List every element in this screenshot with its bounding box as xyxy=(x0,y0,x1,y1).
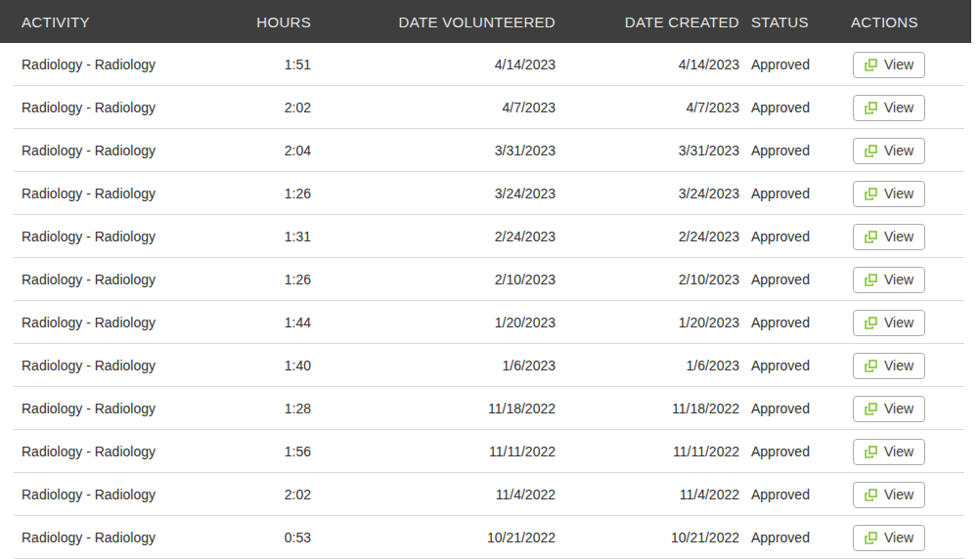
status-badge: Approved xyxy=(747,272,845,287)
cell-actions: View xyxy=(845,95,964,121)
view-button[interactable]: View xyxy=(853,95,925,121)
cell-activity: Radiology - Radiology xyxy=(14,487,248,502)
cell-date-created: 2/24/2023 xyxy=(563,229,747,244)
cell-date-volunteered: 11/18/2022 xyxy=(319,401,563,416)
view-button-label: View xyxy=(884,101,913,114)
cell-date-volunteered: 2/24/2023 xyxy=(319,229,563,244)
cell-actions: View xyxy=(845,525,964,551)
view-button[interactable]: View xyxy=(853,267,925,293)
cell-actions: View xyxy=(845,224,964,250)
status-badge: Approved xyxy=(747,57,845,72)
cell-hours: 1:40 xyxy=(248,358,319,373)
status-badge: Approved xyxy=(747,487,845,502)
table-row: Radiology - Radiology 1:31 2/24/2023 2/2… xyxy=(0,215,971,258)
cell-activity: Radiology - Radiology xyxy=(14,186,248,201)
cell-activity: Radiology - Radiology xyxy=(14,57,248,72)
cell-activity: Radiology - Radiology xyxy=(14,272,248,287)
cell-actions: View xyxy=(845,439,964,465)
cell-hours: 2:02 xyxy=(248,100,319,115)
table-row: Radiology - Radiology 1:44 1/20/2023 1/2… xyxy=(0,301,971,344)
status-badge: Approved xyxy=(747,358,845,373)
cell-hours: 2:02 xyxy=(248,487,319,502)
open-in-window-icon xyxy=(865,102,877,114)
cell-date-created: 4/7/2023 xyxy=(563,100,747,115)
view-button[interactable]: View xyxy=(853,181,925,207)
cell-actions: View xyxy=(845,310,964,336)
cell-actions: View xyxy=(845,52,964,78)
cell-hours: 1:26 xyxy=(248,186,319,201)
status-badge: Approved xyxy=(747,186,845,201)
view-button[interactable]: View xyxy=(853,525,925,551)
cell-actions: View xyxy=(845,396,964,422)
status-badge: Approved xyxy=(747,100,845,115)
column-header-actions: ACTIONS xyxy=(845,14,964,30)
cell-date-volunteered: 4/14/2023 xyxy=(319,57,563,72)
view-button[interactable]: View xyxy=(853,353,925,379)
column-header-date-created: DATE CREATED xyxy=(563,14,747,30)
cell-date-created: 4/14/2023 xyxy=(563,57,747,72)
view-button[interactable]: View xyxy=(853,224,925,250)
open-in-window-icon xyxy=(865,231,877,243)
cell-hours: 1:28 xyxy=(248,401,319,416)
cell-actions: View xyxy=(845,353,964,379)
volunteer-hours-table: ACTIVITY HOURS DATE VOLUNTEERED DATE CRE… xyxy=(0,0,971,559)
view-button[interactable]: View xyxy=(853,439,925,465)
cell-date-created: 11/4/2022 xyxy=(563,487,747,502)
cell-actions: View xyxy=(845,482,964,508)
table-row: Radiology - Radiology 2:02 4/7/2023 4/7/… xyxy=(0,86,971,129)
cell-hours: 1:51 xyxy=(248,57,319,72)
open-in-window-icon xyxy=(865,360,877,372)
cell-date-created: 10/21/2022 xyxy=(563,530,747,545)
table-row: Radiology - Radiology 1:40 1/6/2023 1/6/… xyxy=(0,344,971,387)
cell-date-created: 1/20/2023 xyxy=(563,315,747,330)
column-header-status: STATUS xyxy=(747,14,845,30)
status-badge: Approved xyxy=(747,444,845,459)
cell-date-volunteered: 11/11/2022 xyxy=(319,444,563,459)
cell-activity: Radiology - Radiology xyxy=(14,444,248,459)
cell-date-volunteered: 3/24/2023 xyxy=(319,186,563,201)
view-button[interactable]: View xyxy=(853,482,925,508)
cell-actions: View xyxy=(845,181,964,207)
column-header-hours: HOURS xyxy=(248,14,319,30)
status-badge: Approved xyxy=(747,315,845,330)
view-button-label: View xyxy=(884,58,913,71)
open-in-window-icon xyxy=(865,403,877,415)
cell-activity: Radiology - Radiology xyxy=(14,100,248,115)
view-button-label: View xyxy=(884,445,913,458)
cell-activity: Radiology - Radiology xyxy=(14,358,248,373)
status-badge: Approved xyxy=(747,143,845,158)
column-header-activity: ACTIVITY xyxy=(14,14,248,30)
cell-activity: Radiology - Radiology xyxy=(14,315,248,330)
status-badge: Approved xyxy=(747,530,845,545)
cell-date-created: 1/6/2023 xyxy=(563,358,747,373)
cell-actions: View xyxy=(845,267,964,293)
view-button[interactable]: View xyxy=(853,138,925,164)
open-in-window-icon xyxy=(865,274,877,286)
view-button[interactable]: View xyxy=(853,52,925,78)
cell-hours: 1:56 xyxy=(248,444,319,459)
view-button-label: View xyxy=(884,273,913,286)
cell-date-volunteered: 11/4/2022 xyxy=(319,487,563,502)
open-in-window-icon xyxy=(865,489,877,501)
view-button-label: View xyxy=(884,531,913,544)
cell-actions: View xyxy=(845,138,964,164)
cell-hours: 1:44 xyxy=(248,315,319,330)
view-button[interactable]: View xyxy=(853,396,925,422)
table-row: Radiology - Radiology 1:28 11/18/2022 11… xyxy=(0,387,971,430)
cell-activity: Radiology - Radiology xyxy=(14,229,248,244)
table-body: Radiology - Radiology 1:51 4/14/2023 4/1… xyxy=(0,43,971,559)
open-in-window-icon xyxy=(865,317,877,329)
cell-activity: Radiology - Radiology xyxy=(14,143,248,158)
open-in-window-icon xyxy=(865,188,877,200)
open-in-window-icon xyxy=(865,145,877,157)
cell-date-volunteered: 10/21/2022 xyxy=(319,530,563,545)
table-row: Radiology - Radiology 1:51 4/14/2023 4/1… xyxy=(0,43,971,86)
cell-date-volunteered: 1/20/2023 xyxy=(319,315,563,330)
cell-activity: Radiology - Radiology xyxy=(14,401,248,416)
table-row: Radiology - Radiology 2:02 11/4/2022 11/… xyxy=(0,473,971,516)
view-button[interactable]: View xyxy=(853,310,925,336)
status-badge: Approved xyxy=(747,229,845,244)
table-row: Radiology - Radiology 1:26 2/10/2023 2/1… xyxy=(0,258,971,301)
cell-date-created: 2/10/2023 xyxy=(563,272,747,287)
cell-hours: 2:04 xyxy=(248,143,319,158)
